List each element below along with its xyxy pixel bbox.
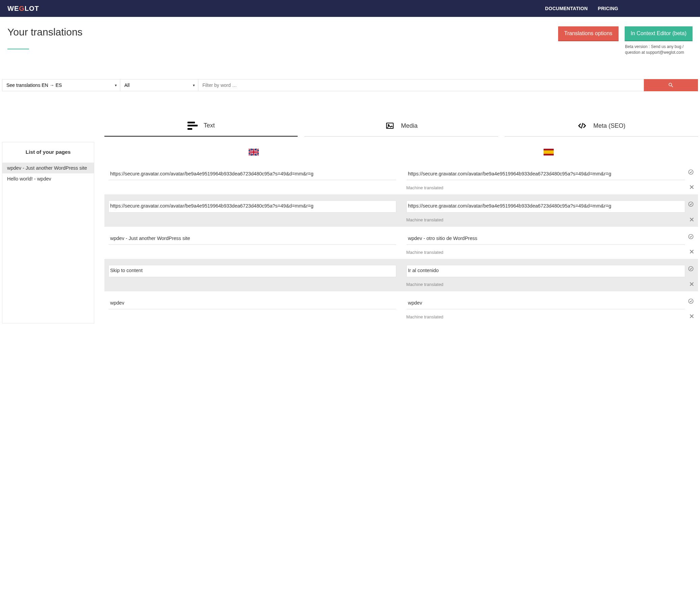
row-meta: Machine translated <box>406 282 694 287</box>
sidebar-item[interactable]: Hello world! - wpdev <box>2 173 94 184</box>
target-text[interactable]: Ir al contenido <box>406 265 685 277</box>
approve-button[interactable] <box>688 234 694 240</box>
translation-row: https://secure.gravatar.com/avatar/be9a4… <box>104 194 698 227</box>
source-text[interactable]: wpdev - Just another WordPress site <box>108 233 396 245</box>
svg-point-8 <box>689 267 693 271</box>
delete-button[interactable] <box>690 185 694 190</box>
title-underline <box>7 49 29 49</box>
filter-row: See translations EN → ES All <box>0 79 700 91</box>
search-button[interactable] <box>644 79 698 91</box>
target-top: https://secure.gravatar.com/avatar/be9a4… <box>406 200 694 213</box>
source-col: Skip to content <box>108 265 396 287</box>
search-icon <box>668 82 674 88</box>
target-col: https://secure.gravatar.com/avatar/be9a4… <box>406 200 694 223</box>
source-text[interactable]: https://secure.gravatar.com/avatar/be9a4… <box>108 200 396 213</box>
status-label: Machine translated <box>406 217 444 222</box>
logo-text-accent: G <box>19 5 25 12</box>
target-col: wpdevMachine translated <box>406 297 694 320</box>
header-actions: Translations options In Context Editor (… <box>558 26 693 55</box>
delete-button[interactable] <box>690 217 694 223</box>
source-col: https://secure.gravatar.com/avatar/be9a4… <box>108 168 396 191</box>
svg-point-1 <box>388 125 389 126</box>
svg-point-9 <box>689 299 693 304</box>
header-buttons: Translations options In Context Editor (… <box>558 26 693 41</box>
logo[interactable]: WEGLOT <box>7 5 39 13</box>
status-label: Machine translated <box>406 314 444 319</box>
topnav: DOCUMENTATION PRICING <box>545 6 618 11</box>
tab-meta[interactable]: Meta (SEO) <box>505 118 698 137</box>
text-icon <box>188 122 198 130</box>
row-meta: Machine translated <box>406 314 694 319</box>
translation-row: Skip to contentIr al contenidoMachine tr… <box>104 259 698 291</box>
row-meta: Machine translated <box>406 217 694 223</box>
translation-row: wpdevwpdevMachine translated <box>104 291 698 324</box>
flag-row <box>104 149 698 162</box>
sidebar-item[interactable]: wpdev - Just another WordPress site <box>2 163 94 173</box>
source-text[interactable]: wpdev <box>108 297 396 310</box>
source-text[interactable]: Skip to content <box>108 265 396 277</box>
target-top: wpdev <box>406 297 694 310</box>
logo-text: LOT <box>25 5 39 12</box>
target-col: Ir al contenidoMachine translated <box>406 265 694 287</box>
source-col: wpdev - Just another WordPress site <box>108 233 396 255</box>
flag-uk-icon <box>249 149 259 155</box>
source-text[interactable]: https://secure.gravatar.com/avatar/be9a4… <box>108 168 396 180</box>
flag-es-icon <box>544 149 554 155</box>
target-top: https://secure.gravatar.com/avatar/be9a4… <box>406 168 694 180</box>
page-header: Your translations Translations options I… <box>0 17 700 59</box>
svg-point-5 <box>689 170 693 174</box>
translation-rows: https://secure.gravatar.com/avatar/be9a4… <box>104 162 698 324</box>
target-top: Ir al contenido <box>406 265 694 277</box>
tab-text[interactable]: Text <box>104 118 298 137</box>
page-title: Your translations <box>7 26 82 38</box>
target-text[interactable]: wpdev - otro sitio de WordPress <box>406 233 685 245</box>
status-label: Machine translated <box>406 282 444 287</box>
tabs: Text Media Meta (SEO) <box>104 118 698 137</box>
tab-label: Meta (SEO) <box>593 122 625 129</box>
source-col: wpdev <box>108 297 396 320</box>
delete-button[interactable] <box>690 314 694 319</box>
translations-options-button[interactable]: Translations options <box>558 26 619 41</box>
translation-row: https://secure.gravatar.com/avatar/be9a4… <box>104 162 698 195</box>
sidebar-title: List of your pages <box>2 142 94 163</box>
status-label: Machine translated <box>406 185 444 190</box>
search-input[interactable] <box>198 79 644 91</box>
topbar: WEGLOT DOCUMENTATION PRICING <box>0 0 700 17</box>
language-select-wrap: See translations EN → ES <box>2 79 120 91</box>
content: Text Media Meta (SEO) <box>104 118 698 324</box>
target-top: wpdev - otro sitio de WordPress <box>406 233 694 245</box>
target-col: https://secure.gravatar.com/avatar/be9a4… <box>406 168 694 191</box>
logo-text: WE <box>7 5 19 12</box>
svg-rect-4 <box>544 150 554 154</box>
target-col: wpdev - otro sitio de WordPressMachine t… <box>406 233 694 255</box>
media-icon <box>385 122 395 130</box>
target-flag-col <box>401 149 696 155</box>
target-text[interactable]: wpdev <box>406 297 685 310</box>
approve-button[interactable] <box>688 298 694 304</box>
row-meta: Machine translated <box>406 185 694 190</box>
delete-button[interactable] <box>690 282 694 287</box>
tab-media[interactable]: Media <box>304 118 498 137</box>
beta-note: Beta version : Send us any bug / questio… <box>625 44 693 55</box>
source-col: https://secure.gravatar.com/avatar/be9a4… <box>108 200 396 223</box>
tab-label: Text <box>204 122 215 129</box>
code-icon <box>577 122 587 130</box>
main: List of your pages wpdev - Just another … <box>0 91 700 331</box>
approve-button[interactable] <box>688 169 694 175</box>
target-text[interactable]: https://secure.gravatar.com/avatar/be9a4… <box>406 168 685 180</box>
approve-button[interactable] <box>688 201 694 207</box>
translation-row: wpdev - Just another WordPress sitewpdev… <box>104 227 698 259</box>
type-select[interactable]: All <box>120 79 198 91</box>
svg-point-6 <box>689 202 693 207</box>
nav-documentation[interactable]: DOCUMENTATION <box>545 6 588 11</box>
language-select[interactable]: See translations EN → ES <box>2 79 120 91</box>
page-title-wrap: Your translations <box>7 26 82 49</box>
nav-pricing[interactable]: PRICING <box>598 6 618 11</box>
in-context-editor-button[interactable]: In Context Editor (beta) <box>625 26 693 41</box>
approve-button[interactable] <box>688 266 694 272</box>
delete-button[interactable] <box>690 249 694 255</box>
type-select-wrap: All <box>120 79 198 91</box>
target-text[interactable]: https://secure.gravatar.com/avatar/be9a4… <box>406 200 685 213</box>
tab-label: Media <box>401 122 418 129</box>
svg-point-7 <box>689 234 693 239</box>
